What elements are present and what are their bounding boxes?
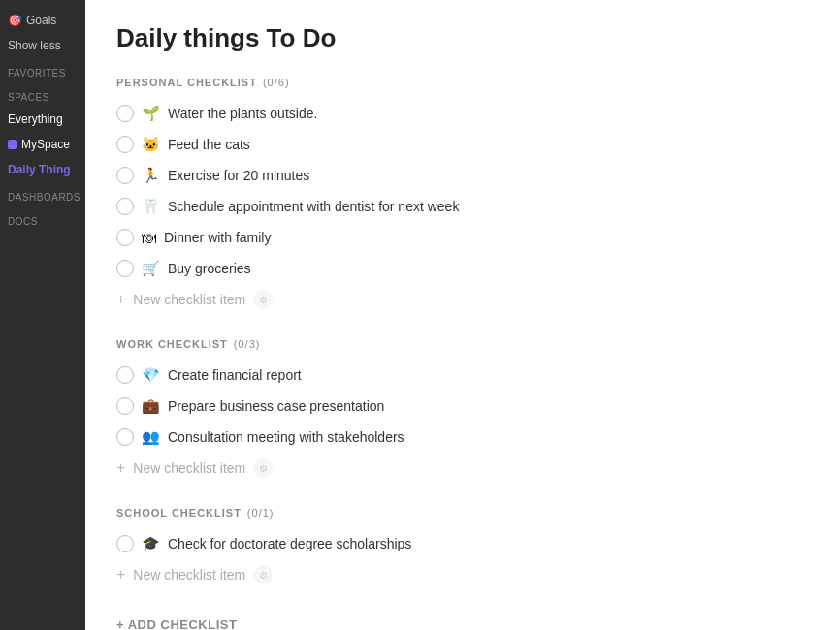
item-text: Create financial report [168, 367, 782, 383]
item-text: Buy groceries [168, 261, 782, 276]
new-item-label: New checklist item [133, 567, 245, 583]
new-checklist-item-button[interactable]: + New checklist item ⚙ [116, 284, 809, 315]
item-emoji: 👥 [142, 428, 160, 446]
item-emoji: 🐱 [142, 136, 160, 153]
checklist-item: 💎 Create financial report ⚙ [116, 360, 809, 391]
item-settings-icon[interactable]: ⚙ [790, 228, 809, 247]
checklist-item: 🍽 Dinner with family ⚙ [116, 222, 809, 253]
item-settings-icon[interactable]: ⚙ [790, 104, 809, 123]
check-circle[interactable] [116, 428, 134, 446]
item-text: Feed the cats [168, 137, 782, 152]
page-title: Daily things To Do [116, 23, 809, 53]
item-settings-icon[interactable]: ⚙ [790, 396, 809, 416]
plus-icon: + [116, 566, 125, 583]
item-text: Dinner with family [164, 230, 782, 245]
item-settings-icon[interactable]: ⚙ [790, 365, 809, 385]
new-checklist-item-button[interactable]: + New checklist item ⚙ [116, 453, 809, 484]
item-text: Exercise for 20 minutes [168, 168, 782, 183]
sidebar-item-show-less[interactable]: Show less [0, 33, 85, 58]
new-item-label: New checklist item [133, 460, 245, 476]
checklist-header-personal: PERSONAL CHECKLIST(0/6) [116, 77, 809, 88]
item-emoji: 🍽 [142, 230, 156, 246]
sidebar-item-label: Goals [26, 14, 56, 27]
check-circle[interactable] [116, 366, 134, 384]
sidebar-section-docs: DOCS [0, 206, 85, 231]
checklists-container: PERSONAL CHECKLIST(0/6) 🌱 Water the plan… [116, 77, 809, 590]
sidebar-item-label: Show less [8, 39, 61, 52]
plus-icon: + [116, 459, 125, 477]
check-circle[interactable] [116, 535, 134, 552]
item-text: Consultation meeting with stakeholders [168, 429, 782, 445]
item-emoji: 🏃 [142, 167, 160, 184]
checklist-section-personal: PERSONAL CHECKLIST(0/6) 🌱 Water the plan… [116, 77, 809, 315]
myspace-dot-icon [8, 140, 17, 149]
sidebar-item-goals[interactable]: 🎯 Goals [0, 8, 85, 33]
item-text: Schedule appointment with dentist for ne… [168, 199, 782, 214]
item-settings-icon[interactable]: ⚙ [790, 135, 809, 154]
checklist-section-school: SCHOOL CHECKLIST(0/1) 🎓 Check for doctor… [116, 507, 809, 590]
sidebar-item-everything[interactable]: Everything [0, 107, 85, 132]
add-checklist-button[interactable]: + ADD CHECKLIST [116, 614, 809, 630]
item-text: Prepare business case presentation [168, 398, 782, 414]
checklist-item: 👥 Consultation meeting with stakeholders… [116, 422, 809, 453]
checklist-section-work: WORK CHECKLIST(0/3) 💎 Create financial r… [116, 338, 809, 484]
check-circle[interactable] [116, 198, 134, 215]
check-circle[interactable] [116, 260, 134, 277]
checklist-header-label: PERSONAL CHECKLIST [116, 77, 257, 88]
item-emoji: 🎓 [142, 535, 160, 552]
main-content: Daily things To Do PERSONAL CHECKLIST(0/… [85, 0, 840, 630]
sidebar-section-dashboards: DASHBOARDS [0, 182, 85, 206]
sidebar-item-myspace[interactable]: MySpace [0, 132, 85, 157]
checklist-count: (0/6) [263, 77, 290, 88]
sidebar-item-label: Everything [8, 112, 63, 126]
checklist-item: 🛒 Buy groceries ⚙ [116, 253, 809, 284]
sidebar-item-label: MySpace [21, 138, 70, 151]
item-emoji: 💎 [142, 366, 160, 384]
new-item-settings-icon[interactable]: ⚙ [253, 290, 273, 309]
checklist-item: 🐱 Feed the cats ⚙ [116, 129, 809, 160]
sidebar-item-daily-thing[interactable]: Daily Thing [0, 157, 85, 182]
item-text: Check for doctorate degree scholarships [168, 536, 782, 551]
new-checklist-item-button[interactable]: + New checklist item ⚙ [116, 559, 809, 590]
sidebar-section-spaces: SPACES [0, 82, 85, 107]
checklist-item: 🏃 Exercise for 20 minutes ⚙ [116, 160, 809, 191]
checklist-item: 💼 Prepare business case presentation ⚙ [116, 391, 809, 422]
check-circle[interactable] [116, 229, 134, 246]
sidebar: 🎯 Goals Show less FAVORITES SPACES Every… [0, 0, 85, 630]
item-emoji: 🦷 [142, 198, 160, 215]
checklist-header-label: SCHOOL CHECKLIST [116, 507, 242, 519]
item-settings-icon[interactable]: ⚙ [790, 259, 809, 278]
sidebar-section-favorites: FAVORITES [0, 58, 85, 82]
goals-icon: 🎯 [8, 14, 22, 27]
check-circle[interactable] [116, 397, 134, 415]
check-circle[interactable] [116, 105, 134, 122]
item-settings-icon[interactable]: ⚙ [790, 534, 809, 553]
new-item-settings-icon[interactable]: ⚙ [253, 565, 273, 584]
check-circle[interactable] [116, 136, 134, 153]
item-text: Water the plants outside. [168, 106, 782, 121]
item-emoji: 🌱 [142, 105, 160, 122]
item-emoji: 💼 [142, 397, 160, 415]
new-item-label: New checklist item [133, 292, 245, 307]
checklist-header-label: WORK CHECKLIST [116, 338, 228, 350]
item-emoji: 🛒 [142, 260, 160, 277]
checklist-item: 🌱 Water the plants outside. ⚙ [116, 98, 809, 129]
sidebar-item-label: Daily Thing [8, 163, 71, 176]
check-circle[interactable] [116, 167, 134, 184]
plus-icon: + [116, 291, 125, 308]
checklist-item: 🎓 Check for doctorate degree scholarship… [116, 528, 809, 559]
checklist-count: (0/1) [247, 507, 275, 519]
checklist-item: 🦷 Schedule appointment with dentist for … [116, 191, 809, 222]
checklist-header-work: WORK CHECKLIST(0/3) [116, 338, 809, 350]
item-settings-icon[interactable]: ⚙ [790, 166, 809, 185]
checklist-count: (0/3) [234, 338, 261, 350]
item-settings-icon[interactable]: ⚙ [790, 197, 809, 216]
checklist-header-school: SCHOOL CHECKLIST(0/1) [116, 507, 809, 519]
new-item-settings-icon[interactable]: ⚙ [253, 458, 273, 478]
item-settings-icon[interactable]: ⚙ [790, 427, 809, 447]
